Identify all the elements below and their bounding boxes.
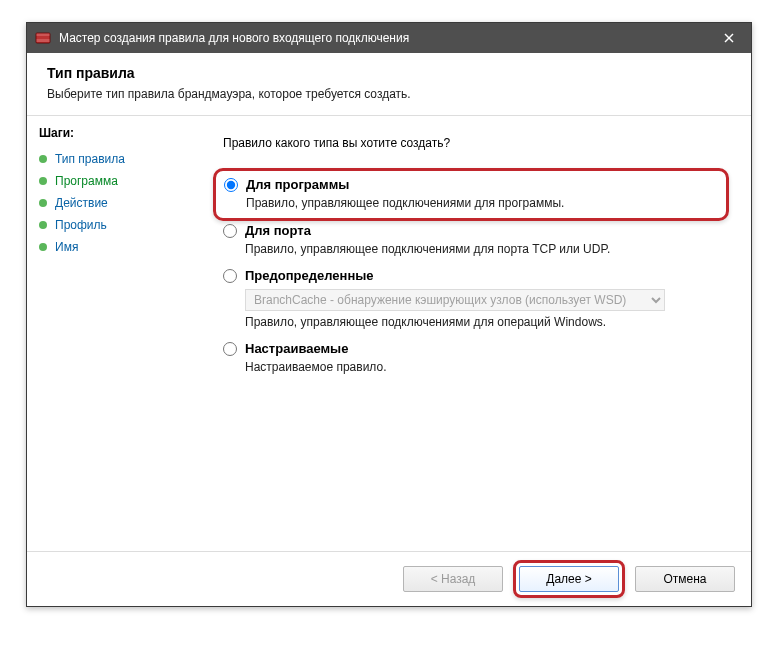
step-label: Профиль — [55, 218, 107, 232]
option-predefined[interactable]: Предопределенные — [223, 268, 729, 283]
bullet-icon — [39, 155, 47, 163]
radio-port[interactable] — [223, 224, 237, 238]
radio-program[interactable] — [224, 178, 238, 192]
steps-heading: Шаги: — [39, 126, 205, 140]
option-title: Настраиваемые — [245, 341, 348, 356]
option-port[interactable]: Для порта — [223, 223, 729, 238]
option-title: Предопределенные — [245, 268, 374, 283]
option-title: Для программы — [246, 177, 349, 192]
footer: < Назад Далее > Отмена — [27, 551, 751, 606]
bullet-icon — [39, 199, 47, 207]
option-desc: Правило, управляющее подключениями для о… — [245, 315, 729, 329]
step-label: Действие — [55, 196, 108, 210]
content-prompt: Правило какого типа вы хотите создать? — [223, 136, 729, 150]
page-title: Тип правила — [47, 65, 731, 81]
option-custom[interactable]: Настраиваемые — [223, 341, 729, 356]
bullet-icon — [39, 243, 47, 251]
content-pane: Правило какого типа вы хотите создать? Д… — [217, 116, 751, 551]
bullet-icon — [39, 221, 47, 229]
option-desc: Правило, управляющее подключениями для п… — [245, 242, 729, 256]
option-desc: Правило, управляющее подключениями для п… — [246, 196, 718, 210]
cancel-button[interactable]: Отмена — [635, 566, 735, 592]
svg-rect-2 — [36, 39, 50, 42]
option-desc: Настраиваемое правило. — [245, 360, 729, 374]
page-subtitle: Выберите тип правила брандмауэра, которо… — [47, 87, 731, 101]
titlebar: Мастер создания правила для нового входя… — [27, 23, 751, 53]
bullet-icon — [39, 177, 47, 185]
back-button: < Назад — [403, 566, 503, 592]
radio-custom[interactable] — [223, 342, 237, 356]
step-program[interactable]: Программа — [39, 170, 205, 192]
option-title: Для порта — [245, 223, 311, 238]
step-rule-type[interactable]: Тип правила — [39, 148, 205, 170]
next-button[interactable]: Далее > — [519, 566, 619, 592]
step-name[interactable]: Имя — [39, 236, 205, 258]
radio-predefined[interactable] — [223, 269, 237, 283]
step-label: Тип правила — [55, 152, 125, 166]
header: Тип правила Выберите тип правила брандма… — [27, 53, 751, 116]
next-button-highlight: Далее > — [513, 560, 625, 598]
step-label: Программа — [55, 174, 118, 188]
firewall-icon — [35, 30, 51, 46]
close-button[interactable] — [707, 23, 751, 53]
steps-sidebar: Шаги: Тип правила Программа Действие Про… — [27, 116, 217, 551]
step-action[interactable]: Действие — [39, 192, 205, 214]
option-program-highlight: Для программы Правило, управляющее подкл… — [213, 168, 729, 221]
svg-rect-1 — [36, 33, 50, 36]
step-label: Имя — [55, 240, 78, 254]
wizard-window: Мастер создания правила для нового входя… — [26, 22, 752, 607]
predefined-select: BranchCache - обнаружение кэширующих узл… — [245, 289, 665, 311]
option-program[interactable]: Для программы — [224, 177, 718, 192]
step-profile[interactable]: Профиль — [39, 214, 205, 236]
window-title: Мастер создания правила для нового входя… — [59, 31, 707, 45]
